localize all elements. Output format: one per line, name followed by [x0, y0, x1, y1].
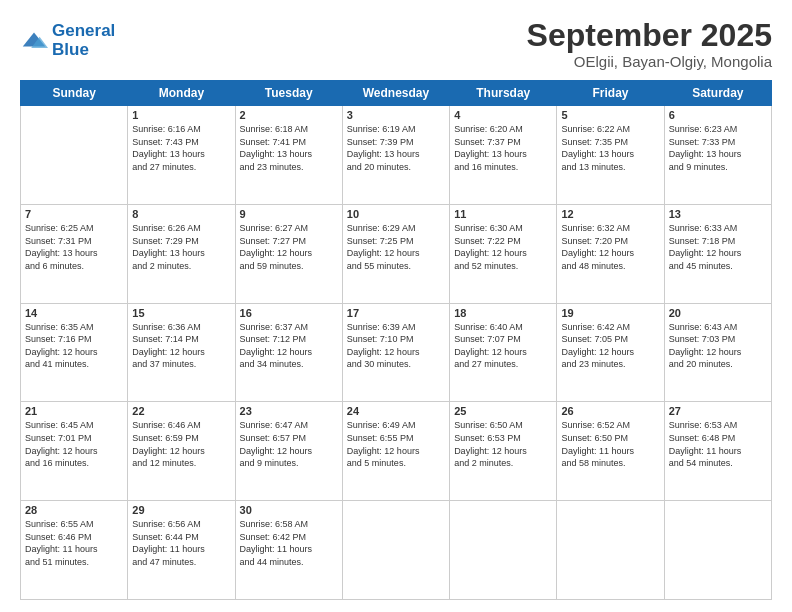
calendar-cell: 1Sunrise: 6:16 AM Sunset: 7:43 PM Daylig… — [128, 106, 235, 205]
calendar-cell — [664, 501, 771, 600]
calendar-cell: 21Sunrise: 6:45 AM Sunset: 7:01 PM Dayli… — [21, 402, 128, 501]
calendar-cell — [21, 106, 128, 205]
day-number: 13 — [669, 208, 767, 220]
day-number: 2 — [240, 109, 338, 121]
day-number: 19 — [561, 307, 659, 319]
calendar-cell: 6Sunrise: 6:23 AM Sunset: 7:33 PM Daylig… — [664, 106, 771, 205]
day-number: 24 — [347, 405, 445, 417]
day-info: Sunrise: 6:42 AM Sunset: 7:05 PM Dayligh… — [561, 321, 659, 371]
day-info: Sunrise: 6:50 AM Sunset: 6:53 PM Dayligh… — [454, 419, 552, 469]
header: General Blue September 2025 OElgii, Baya… — [20, 18, 772, 70]
logo-line1: General — [52, 21, 115, 40]
day-info: Sunrise: 6:33 AM Sunset: 7:18 PM Dayligh… — [669, 222, 767, 272]
day-info: Sunrise: 6:16 AM Sunset: 7:43 PM Dayligh… — [132, 123, 230, 173]
day-number: 10 — [347, 208, 445, 220]
calendar-cell: 14Sunrise: 6:35 AM Sunset: 7:16 PM Dayli… — [21, 303, 128, 402]
calendar-cell: 3Sunrise: 6:19 AM Sunset: 7:39 PM Daylig… — [342, 106, 449, 205]
day-number: 11 — [454, 208, 552, 220]
weekday-header: Sunday — [21, 81, 128, 106]
calendar-cell: 20Sunrise: 6:43 AM Sunset: 7:03 PM Dayli… — [664, 303, 771, 402]
calendar-cell: 13Sunrise: 6:33 AM Sunset: 7:18 PM Dayli… — [664, 204, 771, 303]
calendar-week-row: 28Sunrise: 6:55 AM Sunset: 6:46 PM Dayli… — [21, 501, 772, 600]
calendar-cell: 8Sunrise: 6:26 AM Sunset: 7:29 PM Daylig… — [128, 204, 235, 303]
day-number: 7 — [25, 208, 123, 220]
calendar-cell: 29Sunrise: 6:56 AM Sunset: 6:44 PM Dayli… — [128, 501, 235, 600]
day-number: 20 — [669, 307, 767, 319]
day-info: Sunrise: 6:55 AM Sunset: 6:46 PM Dayligh… — [25, 518, 123, 568]
calendar-table: SundayMondayTuesdayWednesdayThursdayFrid… — [20, 80, 772, 600]
calendar-cell: 15Sunrise: 6:36 AM Sunset: 7:14 PM Dayli… — [128, 303, 235, 402]
day-number: 23 — [240, 405, 338, 417]
day-info: Sunrise: 6:39 AM Sunset: 7:10 PM Dayligh… — [347, 321, 445, 371]
calendar-week-row: 7Sunrise: 6:25 AM Sunset: 7:31 PM Daylig… — [21, 204, 772, 303]
day-info: Sunrise: 6:53 AM Sunset: 6:48 PM Dayligh… — [669, 419, 767, 469]
calendar-cell: 10Sunrise: 6:29 AM Sunset: 7:25 PM Dayli… — [342, 204, 449, 303]
day-number: 8 — [132, 208, 230, 220]
day-info: Sunrise: 6:26 AM Sunset: 7:29 PM Dayligh… — [132, 222, 230, 272]
day-info: Sunrise: 6:29 AM Sunset: 7:25 PM Dayligh… — [347, 222, 445, 272]
weekday-header: Thursday — [450, 81, 557, 106]
calendar-cell: 18Sunrise: 6:40 AM Sunset: 7:07 PM Dayli… — [450, 303, 557, 402]
calendar-cell: 25Sunrise: 6:50 AM Sunset: 6:53 PM Dayli… — [450, 402, 557, 501]
calendar-week-row: 1Sunrise: 6:16 AM Sunset: 7:43 PM Daylig… — [21, 106, 772, 205]
weekday-header: Wednesday — [342, 81, 449, 106]
calendar-cell: 22Sunrise: 6:46 AM Sunset: 6:59 PM Dayli… — [128, 402, 235, 501]
main-title: September 2025 — [527, 18, 772, 53]
day-info: Sunrise: 6:56 AM Sunset: 6:44 PM Dayligh… — [132, 518, 230, 568]
day-info: Sunrise: 6:32 AM Sunset: 7:20 PM Dayligh… — [561, 222, 659, 272]
day-number: 9 — [240, 208, 338, 220]
day-info: Sunrise: 6:52 AM Sunset: 6:50 PM Dayligh… — [561, 419, 659, 469]
day-number: 28 — [25, 504, 123, 516]
calendar-cell: 11Sunrise: 6:30 AM Sunset: 7:22 PM Dayli… — [450, 204, 557, 303]
calendar-week-row: 21Sunrise: 6:45 AM Sunset: 7:01 PM Dayli… — [21, 402, 772, 501]
day-info: Sunrise: 6:35 AM Sunset: 7:16 PM Dayligh… — [25, 321, 123, 371]
calendar-cell: 2Sunrise: 6:18 AM Sunset: 7:41 PM Daylig… — [235, 106, 342, 205]
day-number: 25 — [454, 405, 552, 417]
logo-icon — [20, 27, 48, 55]
day-number: 26 — [561, 405, 659, 417]
day-number: 4 — [454, 109, 552, 121]
day-info: Sunrise: 6:37 AM Sunset: 7:12 PM Dayligh… — [240, 321, 338, 371]
day-info: Sunrise: 6:19 AM Sunset: 7:39 PM Dayligh… — [347, 123, 445, 173]
day-info: Sunrise: 6:40 AM Sunset: 7:07 PM Dayligh… — [454, 321, 552, 371]
calendar-cell: 4Sunrise: 6:20 AM Sunset: 7:37 PM Daylig… — [450, 106, 557, 205]
day-number: 3 — [347, 109, 445, 121]
day-number: 21 — [25, 405, 123, 417]
calendar-cell — [342, 501, 449, 600]
subtitle: OElgii, Bayan-Olgiy, Mongolia — [527, 53, 772, 70]
calendar-cell: 24Sunrise: 6:49 AM Sunset: 6:55 PM Dayli… — [342, 402, 449, 501]
day-number: 6 — [669, 109, 767, 121]
day-info: Sunrise: 6:23 AM Sunset: 7:33 PM Dayligh… — [669, 123, 767, 173]
day-number: 18 — [454, 307, 552, 319]
day-number: 14 — [25, 307, 123, 319]
page: General Blue September 2025 OElgii, Baya… — [0, 0, 792, 612]
day-number: 5 — [561, 109, 659, 121]
calendar-cell: 19Sunrise: 6:42 AM Sunset: 7:05 PM Dayli… — [557, 303, 664, 402]
calendar-cell: 9Sunrise: 6:27 AM Sunset: 7:27 PM Daylig… — [235, 204, 342, 303]
calendar-header-row: SundayMondayTuesdayWednesdayThursdayFrid… — [21, 81, 772, 106]
calendar-cell: 30Sunrise: 6:58 AM Sunset: 6:42 PM Dayli… — [235, 501, 342, 600]
day-info: Sunrise: 6:22 AM Sunset: 7:35 PM Dayligh… — [561, 123, 659, 173]
day-number: 16 — [240, 307, 338, 319]
day-number: 27 — [669, 405, 767, 417]
calendar-cell: 26Sunrise: 6:52 AM Sunset: 6:50 PM Dayli… — [557, 402, 664, 501]
day-number: 1 — [132, 109, 230, 121]
weekday-header: Saturday — [664, 81, 771, 106]
day-info: Sunrise: 6:27 AM Sunset: 7:27 PM Dayligh… — [240, 222, 338, 272]
calendar-cell: 7Sunrise: 6:25 AM Sunset: 7:31 PM Daylig… — [21, 204, 128, 303]
day-info: Sunrise: 6:46 AM Sunset: 6:59 PM Dayligh… — [132, 419, 230, 469]
calendar-week-row: 14Sunrise: 6:35 AM Sunset: 7:16 PM Dayli… — [21, 303, 772, 402]
day-number: 12 — [561, 208, 659, 220]
day-number: 17 — [347, 307, 445, 319]
weekday-header: Monday — [128, 81, 235, 106]
calendar-cell: 5Sunrise: 6:22 AM Sunset: 7:35 PM Daylig… — [557, 106, 664, 205]
day-info: Sunrise: 6:58 AM Sunset: 6:42 PM Dayligh… — [240, 518, 338, 568]
logo-text: General Blue — [52, 22, 115, 59]
logo-line2: Blue — [52, 40, 89, 59]
weekday-header: Tuesday — [235, 81, 342, 106]
day-info: Sunrise: 6:25 AM Sunset: 7:31 PM Dayligh… — [25, 222, 123, 272]
calendar-cell: 28Sunrise: 6:55 AM Sunset: 6:46 PM Dayli… — [21, 501, 128, 600]
calendar-cell — [450, 501, 557, 600]
day-info: Sunrise: 6:18 AM Sunset: 7:41 PM Dayligh… — [240, 123, 338, 173]
day-info: Sunrise: 6:30 AM Sunset: 7:22 PM Dayligh… — [454, 222, 552, 272]
